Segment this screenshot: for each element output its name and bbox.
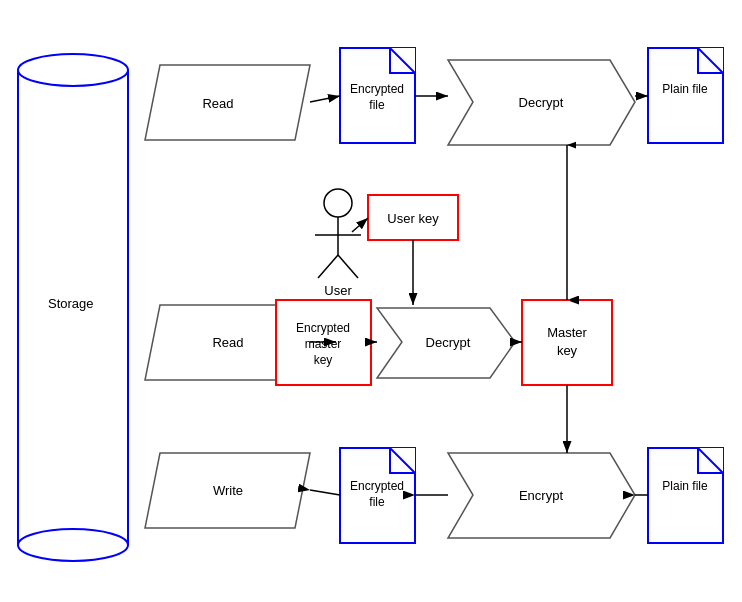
svg-line-45 bbox=[390, 448, 415, 473]
svg-marker-33 bbox=[377, 308, 515, 378]
svg-marker-51 bbox=[698, 448, 723, 473]
svg-line-17 bbox=[310, 96, 340, 102]
svg-text:Encrypted: Encrypted bbox=[350, 82, 404, 96]
svg-marker-5 bbox=[145, 65, 310, 140]
svg-line-8 bbox=[390, 48, 415, 73]
svg-point-20 bbox=[324, 189, 352, 217]
write-label: Write bbox=[213, 483, 243, 498]
svg-marker-48 bbox=[448, 453, 635, 538]
svg-rect-0 bbox=[18, 50, 128, 550]
storage-label: Storage bbox=[48, 296, 94, 311]
svg-text:Decrypt: Decrypt bbox=[426, 335, 471, 350]
svg-rect-6 bbox=[340, 48, 415, 143]
svg-text:Encrypted: Encrypted bbox=[350, 479, 404, 493]
svg-line-24 bbox=[338, 255, 358, 278]
diagram: Storage Read Encrypted file Decrypt Plai… bbox=[0, 0, 742, 602]
svg-rect-43 bbox=[340, 448, 415, 543]
svg-line-52 bbox=[698, 448, 723, 473]
svg-text:Encrypted: Encrypted bbox=[296, 321, 350, 335]
svg-marker-14 bbox=[698, 48, 723, 73]
svg-line-15 bbox=[698, 48, 723, 73]
svg-rect-50 bbox=[648, 448, 723, 543]
diagram-svg: Storage Read Encrypted file Decrypt Plai… bbox=[0, 0, 742, 602]
svg-rect-35 bbox=[522, 300, 612, 385]
read-top-label: Read bbox=[202, 96, 233, 111]
svg-marker-44 bbox=[390, 448, 415, 473]
svg-line-23 bbox=[318, 255, 338, 278]
svg-marker-11 bbox=[448, 60, 635, 145]
svg-rect-29 bbox=[276, 300, 371, 385]
user-key-label: User key bbox=[387, 211, 439, 226]
svg-text:Encrypt: Encrypt bbox=[519, 488, 563, 503]
svg-line-56 bbox=[310, 490, 340, 495]
svg-text:file: file bbox=[369, 98, 385, 112]
svg-line-26 bbox=[352, 218, 368, 232]
read-bottom-label: Read bbox=[212, 335, 243, 350]
svg-rect-13 bbox=[648, 48, 723, 143]
svg-text:Plain file: Plain file bbox=[662, 82, 708, 96]
user-label: User bbox=[324, 283, 352, 298]
svg-marker-42 bbox=[145, 453, 310, 528]
svg-text:Plain file: Plain file bbox=[662, 479, 708, 493]
svg-marker-28 bbox=[145, 305, 310, 380]
svg-marker-7 bbox=[390, 48, 415, 73]
svg-point-3 bbox=[18, 529, 128, 561]
svg-text:file: file bbox=[369, 495, 385, 509]
svg-text:Decrypt: Decrypt bbox=[519, 95, 564, 110]
svg-text:Master: Master bbox=[547, 325, 587, 340]
svg-text:key: key bbox=[314, 353, 333, 367]
svg-text:master: master bbox=[305, 337, 342, 351]
svg-text:key: key bbox=[557, 343, 578, 358]
svg-rect-25 bbox=[368, 195, 458, 240]
svg-point-4 bbox=[18, 54, 128, 86]
